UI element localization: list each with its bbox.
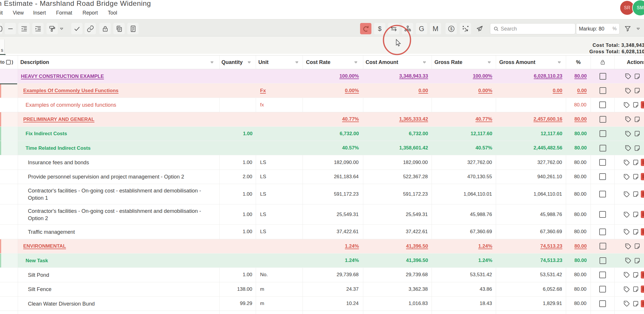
- svg-text:$: $: [450, 26, 452, 31]
